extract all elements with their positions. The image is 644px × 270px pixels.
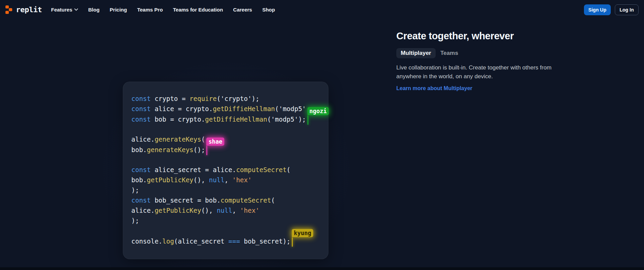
code-token-pl: ( <box>271 196 275 204</box>
code-token-fn: generateKeys <box>147 146 193 153</box>
next-section-edge <box>0 267 644 270</box>
code-token-kw: const <box>131 196 151 204</box>
code-line: bob.getPublicKey(), null, 'hex' <box>131 175 328 185</box>
code-token-pl: ); <box>131 217 139 224</box>
code-token-pl: , <box>232 207 240 214</box>
code-token-str: 'hex' <box>240 207 259 214</box>
code-token-pl: bob_secret = bob. <box>151 196 221 204</box>
code-token-fn: computeSecret <box>236 166 287 173</box>
hero-description: Live collaboration is built-in. Create t… <box>396 63 556 81</box>
replit-logo[interactable]: replit <box>5 5 42 14</box>
code-token-pl: alice. <box>131 136 155 143</box>
nav-links: Features Blog Pricing Teams Pro Teams fo… <box>51 7 275 13</box>
tab-multiplayer[interactable]: Multiplayer <box>396 48 436 58</box>
code-line: const bob_secret = bob.computeSecret( <box>131 195 328 205</box>
code-token-pl: alice_secret = alice. <box>151 166 236 173</box>
code-token-kw: null <box>209 176 225 184</box>
code-token-pl: bob. <box>131 176 147 184</box>
code-token-fn: log <box>163 237 174 245</box>
top-navbar: replit Features Blog Pricing Teams Pro T… <box>0 0 644 19</box>
code-token-pl: (); <box>193 146 205 153</box>
code-token-str: 'hex' <box>232 176 251 184</box>
code-token-pl: crypto = <box>151 95 189 102</box>
code-token-pl: alice. <box>131 207 155 214</box>
nav-item-careers[interactable]: Careers <box>233 7 252 13</box>
code-token-pl: console. <box>131 237 163 245</box>
replit-wordmark: replit <box>16 5 42 14</box>
code-token-pl: ('modp5'); <box>267 116 306 123</box>
code-line: const bob = crypto.getDiffieHellman('mod… <box>131 114 328 124</box>
collaborator-caret-kyung: kyung <box>292 237 293 247</box>
nav-item-blog[interactable]: Blog <box>88 7 99 13</box>
code-line: bob.generateKeys();shae <box>131 144 328 154</box>
code-token-pl: (alice_secret <box>174 237 228 245</box>
collaborator-caret-ngozi: ngozi <box>307 116 308 125</box>
code-token-pl: ( <box>287 166 290 173</box>
code-token-kw: === <box>228 237 240 245</box>
page-title: Create together, wherever <box>396 30 556 42</box>
code-line: alice.getPublicKey(), null, 'hex' <box>131 205 328 215</box>
multiplayer-code-editor-card: const crypto = require('crypto');const a… <box>123 82 328 259</box>
code-token-pl: (), <box>201 207 217 214</box>
nav-item-features[interactable]: Features <box>51 7 78 13</box>
code-token-pl: alice = crypto. <box>151 105 213 112</box>
learn-more-multiplayer-link[interactable]: Learn more about Multiplayer <box>396 85 556 91</box>
nav-item-teams-pro[interactable]: Teams Pro <box>137 7 163 13</box>
code-line: const alice = crypto.getDiffieHellman('m… <box>131 104 328 114</box>
code-token-kw: null <box>217 207 232 214</box>
code-token-pl: ( <box>201 136 205 143</box>
auth-buttons: Sign Up Log In <box>584 4 639 15</box>
code-token-kw: const <box>131 95 151 102</box>
code-token-fn: getPublicKey <box>155 207 201 214</box>
code-token-kw: const <box>131 116 151 123</box>
hero-description-line-2: anywhere in the world, on any device. <box>396 72 556 81</box>
code-token-fn: getPublicKey <box>147 176 193 184</box>
collaborator-cursor-label-shae: shae <box>206 138 224 146</box>
code-token-kw: const <box>131 166 151 173</box>
code-token-pl: bob_secret); <box>240 237 290 245</box>
collaborator-cursor-label-ngozi: ngozi <box>307 107 329 115</box>
code-token-fn: generateKeys <box>155 136 201 143</box>
code-token-pl: ); <box>131 186 139 194</box>
code-line: const alice_secret = alice.computeSecret… <box>131 165 328 175</box>
log-in-button[interactable]: Log In <box>615 4 639 15</box>
hero-description-line-1: Live collaboration is built-in. Create t… <box>396 63 556 72</box>
nav-item-pricing[interactable]: Pricing <box>110 7 127 13</box>
code-line: console.log(alice_secret === bob_secret)… <box>131 236 328 246</box>
code-line: const crypto = require('crypto'); <box>131 94 328 104</box>
replit-landing-page: replit Features Blog Pricing Teams Pro T… <box>0 0 644 270</box>
code-line <box>131 124 328 134</box>
code-token-pl: ('crypto'); <box>217 95 260 102</box>
code-token-kw: const <box>131 105 151 112</box>
hero-tabs: Multiplayer Teams <box>396 48 556 58</box>
collaborator-caret-shae: shae <box>206 146 207 155</box>
code-token-fn: getDiffieHellman <box>213 105 275 112</box>
code-token-fn: require <box>190 95 217 102</box>
code-snippet: const crypto = require('crypto');const a… <box>131 94 328 246</box>
hero-copy: Create together, wherever Multiplayer Te… <box>396 30 556 91</box>
code-token-pl: bob = crypto. <box>151 116 205 123</box>
sign-up-button[interactable]: Sign Up <box>584 4 611 15</box>
code-line: alice.generateKeys( <box>131 134 328 144</box>
code-token-fn: getDiffieHellman <box>205 116 267 123</box>
replit-logo-icon <box>5 5 13 14</box>
code-line: ); <box>131 185 328 195</box>
code-line: ); <box>131 215 328 226</box>
nav-item-shop[interactable]: Shop <box>262 7 275 13</box>
chevron-down-icon <box>74 8 78 11</box>
code-token-pl: (), <box>193 176 209 184</box>
code-token-fn: computeSecret <box>221 196 271 204</box>
collaborator-cursor-label-kyung: kyung <box>292 229 313 237</box>
nav-item-teams-for-education[interactable]: Teams for Education <box>173 7 223 13</box>
code-token-pl: ('modp5' <box>275 105 306 112</box>
code-line <box>131 154 328 165</box>
code-token-pl: , <box>225 176 232 184</box>
tab-teams[interactable]: Teams <box>440 48 463 58</box>
code-token-pl: bob. <box>131 146 147 153</box>
